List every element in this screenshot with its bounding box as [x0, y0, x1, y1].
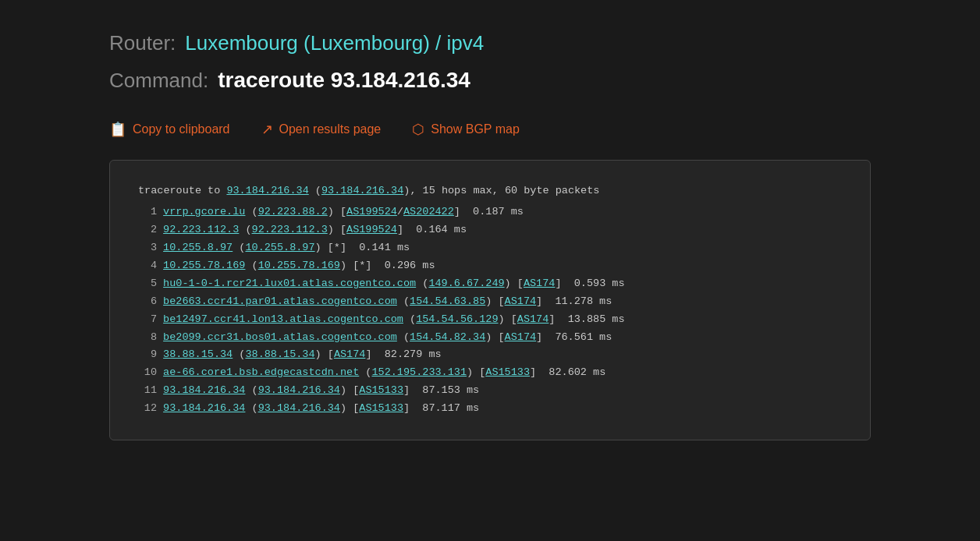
- hop-10: 10 ae-66.core1.bsb.edgecastcdn.net (152.…: [138, 364, 842, 382]
- hop-3: 3 10.255.8.97 (10.255.8.97) [*] 0.141 ms: [138, 239, 842, 257]
- hop-7: 7 be12497.ccr41.lon13.atlas.cogentco.com…: [138, 311, 842, 329]
- hop6-ip[interactable]: 154.54.63.85: [410, 295, 485, 307]
- action-bar: 📋 Copy to clipboard ↗ Open results page …: [109, 121, 871, 138]
- dest-ip-link1[interactable]: 93.184.216.34: [226, 185, 308, 196]
- hop-num-10: 10: [138, 364, 157, 382]
- hop7-as[interactable]: AS174: [517, 313, 549, 325]
- hop-num-8: 8: [138, 329, 157, 347]
- hop6-as[interactable]: AS174: [505, 295, 537, 307]
- hop8-ip[interactable]: 154.54.82.34: [410, 331, 485, 343]
- hop2-host[interactable]: 92.223.112.3: [163, 224, 239, 235]
- hop1-as1[interactable]: AS199524: [346, 206, 397, 217]
- hop-num-4: 4: [138, 257, 157, 275]
- hop-4: 4 10.255.78.169 (10.255.78.169) [*] 0.29…: [138, 257, 842, 275]
- hop-11: 11 93.184.216.34 (93.184.216.34) [AS1513…: [138, 382, 842, 400]
- hop-9: 9 38.88.15.34 (38.88.15.34) [AS174] 82.2…: [138, 346, 842, 364]
- hop12-ip[interactable]: 93.184.216.34: [258, 402, 340, 414]
- hop12-as[interactable]: AS15133: [359, 402, 403, 414]
- hop4-host[interactable]: 10.255.78.169: [163, 260, 245, 271]
- hop11-ip[interactable]: 93.184.216.34: [258, 384, 340, 396]
- copy-to-clipboard-button[interactable]: 📋 Copy to clipboard: [109, 121, 230, 138]
- router-label: Router:: [109, 31, 176, 55]
- command-value: traceroute 93.184.216.34: [218, 68, 470, 93]
- hop3-host[interactable]: 10.255.8.97: [163, 242, 233, 253]
- clipboard-icon: 📋: [109, 121, 126, 138]
- hop4-ip[interactable]: 10.255.78.169: [258, 260, 340, 271]
- hop8-as[interactable]: AS174: [505, 331, 537, 343]
- show-bgp-button[interactable]: ⬡ Show BGP map: [412, 121, 520, 138]
- hop11-host[interactable]: 93.184.216.34: [163, 384, 245, 396]
- hop-8: 8 be2099.ccr31.bos01.atlas.cogentco.com …: [138, 329, 842, 347]
- hop9-host[interactable]: 38.88.15.34: [163, 348, 233, 360]
- terminal-output: traceroute to 93.184.216.34 (93.184.216.…: [109, 160, 871, 440]
- hop1-as2[interactable]: AS202422: [403, 206, 454, 217]
- hop10-host[interactable]: ae-66.core1.bsb.edgecastcdn.net: [163, 366, 359, 378]
- command-label: Command:: [109, 69, 208, 93]
- hop-num-12: 12: [138, 400, 157, 418]
- hop12-host[interactable]: 93.184.216.34: [163, 402, 245, 414]
- bgp-label: Show BGP map: [431, 122, 520, 136]
- router-value: Luxembourg (Luxembourg) / ipv4: [185, 31, 484, 55]
- hop2-as[interactable]: AS199524: [346, 224, 397, 235]
- hop-num-2: 2: [138, 221, 157, 239]
- hop5-ip[interactable]: 149.6.67.249: [428, 278, 504, 289]
- hop-num-9: 9: [138, 346, 157, 364]
- bgp-icon: ⬡: [412, 121, 424, 138]
- hop6-host[interactable]: be2663.ccr41.par01.atlas.cogentco.com: [163, 295, 397, 307]
- hop9-as[interactable]: AS174: [334, 348, 366, 360]
- hop-1: 1 vrrp.gcore.lu (92.223.88.2) [AS199524/…: [138, 203, 842, 221]
- hop-12: 12 93.184.216.34 (93.184.216.34) [AS1513…: [138, 400, 842, 418]
- hop-num-7: 7: [138, 311, 157, 329]
- open-label: Open results page: [279, 122, 382, 136]
- hop9-ip[interactable]: 38.88.15.34: [245, 348, 314, 360]
- hop-5: 5 hu0-1-0-1.rcr21.lux01.atlas.cogentco.c…: [138, 275, 842, 293]
- open-results-button[interactable]: ↗ Open results page: [261, 121, 382, 138]
- dest-ip-link2[interactable]: 93.184.216.34: [321, 185, 403, 196]
- hop-num-11: 11: [138, 382, 157, 400]
- hop3-ip[interactable]: 10.255.8.97: [245, 242, 314, 253]
- hop5-as[interactable]: AS174: [524, 278, 556, 289]
- hop11-as[interactable]: AS15133: [359, 384, 403, 396]
- hop-num-6: 6: [138, 293, 157, 311]
- hop7-ip[interactable]: 154.54.56.129: [416, 313, 498, 325]
- hop-num-3: 3: [138, 239, 157, 257]
- hop2-ip[interactable]: 92.223.112.3: [252, 224, 328, 235]
- hop-num-5: 5: [138, 275, 157, 293]
- hop7-host[interactable]: be12497.ccr41.lon13.atlas.cogentco.com: [163, 313, 403, 325]
- hop-2: 2 92.223.112.3 (92.223.112.3) [AS199524]…: [138, 221, 842, 239]
- external-link-icon: ↗: [261, 121, 273, 138]
- hop10-as[interactable]: AS15133: [485, 366, 530, 378]
- hop-num-1: 1: [138, 203, 157, 221]
- hop8-host[interactable]: be2099.ccr31.bos01.atlas.cogentco.com: [163, 331, 397, 343]
- traceroute-header: traceroute to 93.184.216.34 (93.184.216.…: [138, 182, 842, 200]
- hop10-ip[interactable]: 152.195.233.131: [371, 366, 467, 378]
- hop1-host[interactable]: vrrp.gcore.lu: [163, 206, 245, 217]
- hop1-ip[interactable]: 92.223.88.2: [258, 206, 328, 217]
- copy-label: Copy to clipboard: [133, 122, 230, 136]
- hop5-host[interactable]: hu0-1-0-1.rcr21.lux01.atlas.cogentco.com: [163, 278, 416, 289]
- hop-6: 6 be2663.ccr41.par01.atlas.cogentco.com …: [138, 293, 842, 311]
